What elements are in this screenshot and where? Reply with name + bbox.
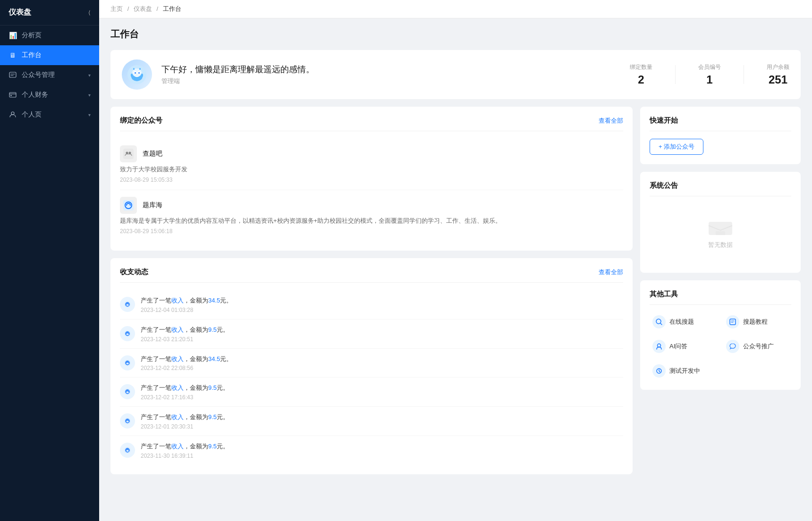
sidebar-collapse-icon[interactable]: ⟨ xyxy=(88,9,91,16)
income-content-4: 产生了一笔收入，金额为9.5元。 2023-12-01 20:30:31 xyxy=(141,412,623,430)
system-notice-card: 系统公告 暂无数据 xyxy=(640,172,801,273)
account-item-ztb: 查题吧 致力于大学校园服务开发 2023-08-29 15:05:33 xyxy=(120,139,623,190)
sidebar-label-workbench: 工作台 xyxy=(22,51,91,59)
finance-arrow-icon: ▾ xyxy=(88,92,91,98)
income-icon-1 xyxy=(120,326,135,341)
sidebar-item-personal[interactable]: 个人页 ▾ xyxy=(0,105,99,125)
breadcrumb-home[interactable]: 主页 xyxy=(110,5,123,12)
svg-rect-14 xyxy=(141,74,143,77)
income-amount-0: 34.5 xyxy=(208,297,220,304)
sidebar-item-finance[interactable]: 个人财务 ▾ xyxy=(0,85,99,105)
system-notice-empty: 暂无数据 xyxy=(650,204,791,263)
tool-item-wechat-promo[interactable]: 公众号推广 xyxy=(723,337,791,356)
svg-rect-0 xyxy=(9,72,16,77)
welcome-stats: 绑定数量 2 会员编号 1 用户余额 251 xyxy=(630,63,789,86)
wechat-arrow-icon: ▾ xyxy=(88,73,91,78)
tool-item-search-tutorial[interactable]: 搜题教程 xyxy=(723,312,791,331)
breadcrumb-current: 工作台 xyxy=(163,5,181,12)
account-name-ztb: 查题吧 xyxy=(143,150,162,158)
avatar xyxy=(122,59,152,90)
svg-point-3 xyxy=(11,112,14,115)
income-item-5: 产生了一笔收入，金额为9.5元。 2023-11-30 16:39:11 xyxy=(120,436,623,465)
system-notice-header: 系统公告 xyxy=(650,181,791,196)
tool-item-online-search[interactable]: 在线搜题 xyxy=(650,312,718,331)
svg-rect-33 xyxy=(716,231,725,235)
svg-point-20 xyxy=(124,301,131,308)
tool-icon-wechat-promo xyxy=(726,340,739,353)
income-content-2: 产生了一笔收入，金额为34.5元。 2023-12-02 22:08:56 xyxy=(141,354,623,372)
tool-icon-ai-qa xyxy=(652,340,666,353)
income-title: 收支动态 xyxy=(120,268,148,277)
sidebar-label-wechat: 公众号管理 xyxy=(22,71,88,79)
bound-accounts-link[interactable]: 查看全部 xyxy=(599,117,623,125)
account-icon-tkh xyxy=(120,197,137,214)
income-keyword-4: 收入 xyxy=(171,413,184,420)
account-time-ztb: 2023-08-29 15:05:33 xyxy=(120,176,623,183)
stat-value-bound: 2 xyxy=(630,73,652,86)
income-text-2: 产生了一笔收入，金额为34.5元。 xyxy=(141,354,623,364)
stat-bound-count: 绑定数量 2 xyxy=(630,63,652,86)
svg-point-9 xyxy=(135,72,136,74)
sidebar-item-workbench[interactable]: 🖥 工作台 xyxy=(0,45,99,65)
stat-label-bound: 绑定数量 xyxy=(630,63,652,71)
sidebar-item-wechat-mgmt[interactable]: 公众号管理 ▾ xyxy=(0,65,99,85)
svg-rect-11 xyxy=(133,68,135,70)
add-account-button[interactable]: + 添加公众号 xyxy=(650,139,703,155)
tool-item-test-dev[interactable]: 测试开发中 xyxy=(650,361,718,380)
finance-icon xyxy=(8,91,17,99)
income-amount-4: 9.5 xyxy=(208,413,217,420)
welcome-text: 下午好，慵懒是距离理解最遥远的感情。 管理端 xyxy=(161,64,620,85)
tools-title: 其他工具 xyxy=(650,290,678,299)
tool-label-search-tutorial: 搜题教程 xyxy=(743,318,768,326)
sidebar-label-analytics: 分析页 xyxy=(22,31,91,40)
income-time-3: 2023-12-02 17:16:43 xyxy=(141,394,623,401)
tool-label-ai-qa: AI问答 xyxy=(669,342,687,351)
svg-rect-35 xyxy=(730,319,736,325)
income-content-0: 产生了一笔收入，金额为34.5元。 2023-12-04 01:03:28 xyxy=(141,296,623,313)
income-icon-0 xyxy=(120,297,135,312)
sidebar-label-personal: 个人页 xyxy=(22,110,88,119)
left-column: 绑定的公众号 查看全部 查题吧 致力于大学校园服务开发 2023-08-29 1… xyxy=(110,107,633,512)
account-icon-ztb xyxy=(120,145,137,162)
quick-start-header: 快速开始 xyxy=(650,116,791,131)
sidebar-nav: 📊 分析页 🖥 工作台 公众号管理 ▾ 个人财务 ▾ xyxy=(0,25,99,125)
income-keyword-2: 收入 xyxy=(171,355,184,362)
income-text-0: 产生了一笔收入，金额为34.5元。 xyxy=(141,296,623,306)
bound-accounts-header: 绑定的公众号 查看全部 xyxy=(120,116,623,131)
income-text-1: 产生了一笔收入，金额为9.5元。 xyxy=(141,325,623,335)
stat-divider-2 xyxy=(744,65,744,84)
tools-grid: 在线搜题 搜题教程 AI问答 公众号推广 测试开发中 xyxy=(650,312,791,380)
income-amount-1: 9.5 xyxy=(208,326,217,333)
svg-rect-12 xyxy=(139,68,141,70)
svg-rect-2 xyxy=(10,95,12,96)
income-list: 产生了一笔收入，金额为34.5元。 2023-12-04 01:03:28 产生… xyxy=(120,290,623,465)
income-icon-5 xyxy=(120,443,135,458)
tool-item-ai-qa[interactable]: AI问答 xyxy=(650,337,718,356)
quick-start-card: 快速开始 + 添加公众号 xyxy=(640,107,801,164)
income-keyword-5: 收入 xyxy=(171,443,184,450)
sidebar-label-finance: 个人财务 xyxy=(22,91,88,99)
income-header: 收支动态 查看全部 xyxy=(120,268,623,283)
sidebar: 仪表盘 ⟨ 📊 分析页 🖥 工作台 公众号管理 ▾ 个人财务 ▾ xyxy=(0,0,99,521)
sidebar-item-analytics[interactable]: 📊 分析页 xyxy=(0,25,99,45)
tool-icon-test-dev xyxy=(652,364,666,378)
right-column: 快速开始 + 添加公众号 系统公告 xyxy=(640,107,801,512)
tools-card: 其他工具 在线搜题 搜题教程 AI问答 公众号推广 测试开发中 xyxy=(640,280,801,390)
tool-label-online-search: 在线搜题 xyxy=(669,318,694,326)
welcome-greeting: 下午好，慵懒是距离理解最遥远的感情。 xyxy=(161,64,620,75)
stat-label-balance: 用户余额 xyxy=(767,63,789,71)
income-amount-5: 9.5 xyxy=(208,443,217,450)
tools-header: 其他工具 xyxy=(650,290,791,305)
sidebar-logo-text: 仪表盘 xyxy=(8,8,31,17)
system-notice-title: 系统公告 xyxy=(650,181,678,190)
page-title: 工作台 xyxy=(110,28,801,41)
welcome-role: 管理端 xyxy=(161,77,620,85)
svg-rect-13 xyxy=(131,74,133,77)
breadcrumb-sep-2: / xyxy=(157,5,159,12)
income-link[interactable]: 查看全部 xyxy=(599,268,623,277)
income-item-3: 产生了一笔收入，金额为9.5元。 2023-12-02 17:16:43 xyxy=(120,378,623,407)
breadcrumb-dashboard[interactable]: 仪表盘 xyxy=(134,5,152,12)
svg-point-30 xyxy=(124,447,131,454)
account-header-ztb: 查题吧 xyxy=(120,145,623,162)
breadcrumb-sep-1: / xyxy=(127,5,129,12)
